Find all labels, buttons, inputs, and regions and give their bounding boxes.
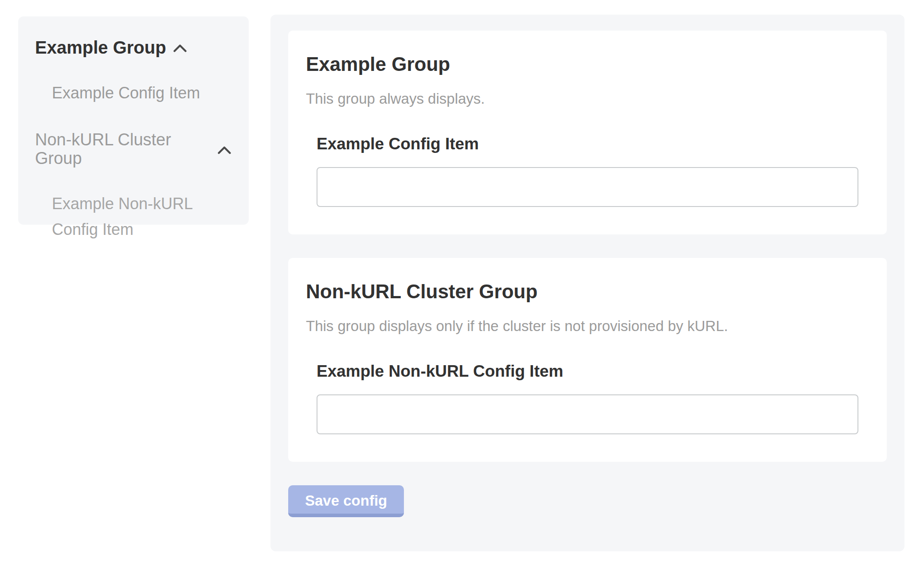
sidebar-item-example-config-item[interactable]: Example Config Item — [52, 80, 231, 106]
sidebar-group-example-group[interactable]: Example Group — [35, 38, 231, 57]
config-sidebar: Example Group Example Config Item Non-kU… — [18, 16, 249, 225]
example-non-kurl-config-item-input[interactable] — [317, 394, 858, 434]
config-item: Example Config Item — [317, 134, 858, 207]
sidebar-group-non-kurl-cluster-group[interactable]: Non-kURL Cluster Group — [35, 131, 231, 168]
sidebar-item-label: Example Non-kURL Config Item — [52, 195, 192, 238]
config-item-label: Example Config Item — [317, 134, 858, 154]
sidebar-item-example-non-kurl-config-item[interactable]: Example Non-kURL Config Item — [52, 191, 198, 243]
example-config-item-input[interactable] — [317, 167, 858, 207]
config-item: Example Non-kURL Config Item — [317, 362, 858, 434]
config-group-card-example-group: Example Group This group always displays… — [288, 31, 887, 234]
sidebar-item-label: Example Config Item — [52, 84, 200, 102]
sidebar-group-label: Non-kURL Cluster Group — [35, 131, 211, 168]
group-description: This group displays only if the cluster … — [306, 317, 869, 336]
chevron-up-icon — [173, 44, 187, 52]
config-group-card-non-kurl-cluster-group: Non-kURL Cluster Group This group displa… — [288, 258, 887, 462]
group-title: Example Group — [306, 53, 869, 76]
sidebar-group-label: Example Group — [35, 38, 166, 57]
group-description: This group always displays. — [306, 90, 869, 109]
config-main-panel: Example Group This group always displays… — [270, 15, 904, 551]
save-config-button[interactable]: Save config — [288, 485, 404, 517]
group-title: Non-kURL Cluster Group — [306, 280, 869, 304]
chevron-up-icon — [218, 146, 231, 154]
config-item-label: Example Non-kURL Config Item — [317, 362, 858, 381]
